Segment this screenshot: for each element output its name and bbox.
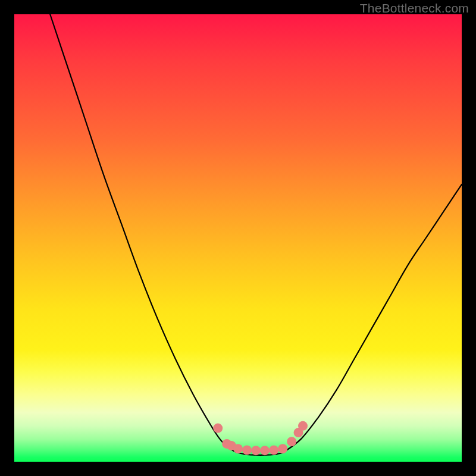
chart-marker <box>213 424 223 433</box>
chart-svg-overlay <box>0 0 476 476</box>
chart-marker <box>251 446 261 455</box>
chart-marker <box>278 444 287 453</box>
chart-marker <box>269 445 278 455</box>
curve-group <box>50 14 462 455</box>
chart-marker <box>242 445 252 455</box>
curve-right-branch <box>283 184 462 453</box>
chart-marker <box>298 421 308 431</box>
watermark-text: TheBottleneck.com <box>360 1 469 15</box>
chart-marker <box>233 444 243 453</box>
marker-group <box>213 421 308 455</box>
chart-frame: TheBottleneck.com <box>0 0 476 476</box>
chart-marker <box>287 437 296 446</box>
chart-marker <box>260 446 270 455</box>
curve-left-branch <box>50 14 238 453</box>
